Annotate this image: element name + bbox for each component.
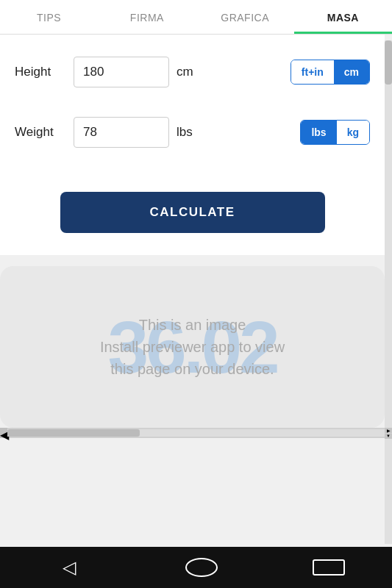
weight-input[interactable] [74, 117, 169, 148]
android-nav-bar: ◁ [0, 547, 392, 588]
height-unit-toggle: ft+in cm [291, 60, 370, 85]
result-text: This is an image Install previewer app t… [100, 314, 285, 380]
height-row-container: Height cm ft+in cm Weight lbs lbs kg [0, 35, 385, 184]
scroll-down-arrow[interactable]: ▼ [385, 434, 392, 439]
android-recent-button[interactable] [313, 559, 345, 576]
result-line2: Install previewer app to view [100, 336, 285, 358]
weight-unit-toggle: lbs kg [300, 120, 370, 145]
height-unit-cm-btn[interactable]: cm [334, 60, 369, 84]
android-home-button[interactable] [185, 558, 218, 577]
height-unit-ftin-btn[interactable]: ft+in [291, 60, 334, 84]
bottom-scrollbar-thumb[interactable] [7, 429, 140, 437]
result-line3: this page on your device. [100, 358, 285, 380]
bottom-scrollbar-bar: ◀ ▶ ▼ [0, 428, 392, 438]
height-label: Height [15, 65, 74, 79]
tab-tips[interactable]: TIPS [0, 0, 98, 34]
tab-grafica[interactable]: GRAFICA [196, 0, 294, 34]
tab-bar: TIPS FIRMA GRAFICA MASA [0, 0, 392, 35]
result-line1: This is an image [100, 314, 285, 336]
height-row: Height cm ft+in cm [15, 49, 370, 95]
height-input[interactable] [74, 57, 169, 87]
weight-row: Weight lbs lbs kg [15, 110, 370, 155]
weight-label: Weight [15, 125, 74, 140]
weight-unit-kg-btn[interactable]: kg [337, 121, 369, 144]
tab-firma[interactable]: FIRMA [98, 0, 196, 34]
weight-unit: lbs [177, 125, 206, 140]
scroll-right-arrow[interactable]: ▶ [385, 428, 392, 433]
scrollbar-thumb[interactable] [385, 40, 392, 85]
calculate-button[interactable]: CALCULATE [60, 192, 325, 233]
vertical-scrollbar[interactable] [385, 40, 392, 544]
height-unit: cm [177, 65, 206, 79]
result-area: 36.02 This is an image Install previewer… [0, 266, 385, 428]
calculate-section: CALCULATE [0, 184, 385, 255]
weight-unit-lbs-btn[interactable]: lbs [301, 121, 336, 144]
tab-masa[interactable]: MASA [294, 0, 392, 34]
android-back-button[interactable]: ◁ [48, 551, 90, 584]
scroll-left-arrow[interactable]: ◀ [0, 428, 7, 438]
